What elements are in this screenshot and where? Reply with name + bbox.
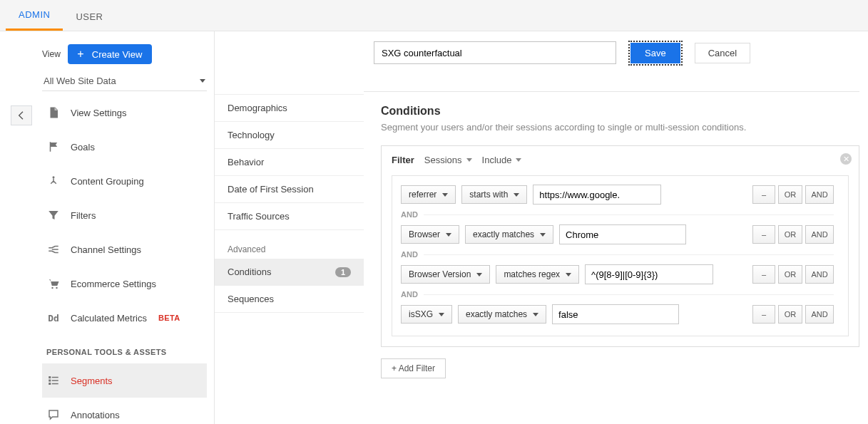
nav-label: Calculated Metrics	[71, 313, 147, 324]
cancel-button[interactable]: Cancel	[695, 43, 750, 63]
channels-icon	[46, 242, 61, 257]
svg-point-2	[56, 287, 57, 289]
cat-demographics[interactable]: Demographics	[215, 94, 364, 122]
segment-category-panel: Demographics Technology Behavior Date of…	[214, 31, 364, 424]
match-type-dropdown[interactable]: matches regex	[496, 265, 579, 284]
and-separator: AND	[401, 210, 834, 219]
filter-scope-value: Sessions	[424, 155, 462, 165]
condition-value-input[interactable]	[559, 224, 686, 244]
or-button[interactable]: OR	[778, 225, 802, 244]
cat-sequences[interactable]: Sequences	[215, 286, 364, 313]
cat-date-first-session[interactable]: Date of First Session	[215, 176, 364, 203]
and-button[interactable]: AND	[805, 225, 834, 244]
dd-icon: Dd	[46, 311, 61, 325]
remove-condition-button[interactable]: –	[752, 185, 775, 204]
nav-view-settings[interactable]: View Settings	[42, 95, 207, 130]
back-rail	[0, 31, 32, 424]
caret-down-icon	[514, 193, 519, 197]
conditions-subtitle: Segment your users and/or their sessions…	[381, 122, 859, 133]
tab-admin[interactable]: ADMIN	[6, 0, 63, 31]
nav-ecommerce-settings[interactable]: Ecommerce Settings	[42, 267, 207, 301]
and-button[interactable]: AND	[805, 265, 834, 284]
cart-icon	[46, 276, 61, 291]
nav-segments[interactable]: Segments	[42, 363, 207, 398]
nav-label: Channel Settings	[71, 244, 141, 255]
cat-traffic-sources[interactable]: Traffic Sources	[215, 203, 364, 230]
match-type-dropdown[interactable]: starts with	[461, 185, 527, 204]
cat-technology[interactable]: Technology	[215, 122, 364, 149]
condition-value-input[interactable]	[585, 264, 713, 284]
cat-conditions-label: Conditions	[228, 267, 271, 277]
match-type-dropdown[interactable]: exactly matches	[458, 305, 546, 324]
flag-icon	[46, 140, 61, 154]
filter-header: Filter Sessions Include	[392, 155, 849, 165]
svg-point-1	[51, 287, 53, 289]
page-icon	[46, 105, 61, 120]
svg-rect-8	[52, 383, 58, 385]
view-selector[interactable]: All Web Site Data	[42, 71, 207, 91]
remove-condition-button[interactable]: –	[752, 225, 775, 244]
arrow-left-icon	[16, 110, 27, 121]
segment-name-input[interactable]	[374, 41, 616, 64]
filter-label: Filter	[392, 155, 414, 165]
create-view-button[interactable]: + Create View	[68, 44, 153, 64]
and-button[interactable]: AND	[805, 185, 834, 204]
tab-user[interactable]: USER	[63, 1, 116, 31]
or-button[interactable]: OR	[778, 305, 802, 324]
filter-block: ✕ Filter Sessions Include referrer start…	[381, 145, 859, 347]
nav-label: Ecommerce Settings	[71, 279, 156, 289]
and-separator: AND	[401, 290, 834, 299]
conditions-title: Conditions	[381, 105, 859, 118]
remove-filter-button[interactable]: ✕	[840, 153, 852, 165]
svg-rect-6	[52, 377, 58, 378]
filter-include-dropdown[interactable]: Include	[482, 155, 522, 165]
beta-badge: BETA	[158, 314, 180, 322]
dimension-dropdown[interactable]: referrer	[401, 185, 456, 204]
cat-behavior[interactable]: Behavior	[215, 149, 364, 176]
tabs-bar: ADMIN USER	[0, 0, 868, 31]
nav-goals[interactable]: Goals	[42, 130, 207, 164]
plus-icon: +	[75, 48, 86, 60]
add-filter-button[interactable]: + Add Filter	[381, 358, 446, 378]
condition-row: isSXG exactly matches –ORAND	[401, 304, 834, 324]
condition-value-input[interactable]	[533, 185, 661, 205]
nav-annotations[interactable]: Annotations	[42, 398, 207, 424]
filter-include-value: Include	[482, 155, 512, 165]
caret-down-icon	[439, 313, 444, 316]
caret-down-icon	[540, 233, 546, 237]
caret-down-icon	[533, 313, 538, 316]
caret-down-icon	[442, 193, 448, 197]
comment-icon	[46, 408, 61, 422]
caret-down-icon	[466, 158, 472, 162]
and-button[interactable]: AND	[805, 305, 834, 324]
svg-rect-3	[48, 376, 51, 378]
condition-row: Browser exactly matches –ORAND	[401, 224, 834, 244]
view-label: View	[42, 49, 61, 59]
or-button[interactable]: OR	[778, 265, 802, 284]
nav-calculated-metrics[interactable]: Dd Calculated Metrics BETA	[42, 301, 207, 335]
save-button[interactable]: Save	[630, 43, 680, 63]
match-type-dropdown[interactable]: exactly matches	[465, 225, 553, 244]
selected-view-name: All Web Site Data	[44, 76, 116, 86]
or-button[interactable]: OR	[778, 185, 802, 204]
conditions-rows: referrer starts with –ORANDANDBrowser ex…	[392, 175, 849, 336]
dimension-dropdown[interactable]: Browser Version	[401, 265, 490, 284]
svg-rect-7	[52, 380, 58, 381]
nav-filters[interactable]: Filters	[42, 198, 207, 232]
dimension-dropdown[interactable]: isSXG	[401, 305, 452, 324]
svg-rect-5	[48, 383, 51, 385]
nav-channel-settings[interactable]: Channel Settings	[42, 232, 207, 267]
filter-scope-dropdown[interactable]: Sessions	[424, 155, 472, 165]
conditions-count-badge: 1	[335, 267, 351, 277]
remove-condition-button[interactable]: –	[752, 305, 775, 324]
dimension-dropdown[interactable]: Browser	[401, 225, 459, 244]
nav-label: Goals	[71, 142, 95, 152]
nav-content-grouping[interactable]: Content Grouping	[42, 164, 207, 198]
personal-tools-header: PERSONAL TOOLS & ASSETS	[42, 335, 207, 363]
remove-condition-button[interactable]: –	[752, 265, 775, 284]
condition-value-input[interactable]	[552, 304, 679, 324]
cat-conditions[interactable]: Conditions 1	[215, 259, 364, 286]
back-button[interactable]	[11, 105, 32, 125]
conditions-content: Conditions Segment your users and/or the…	[364, 91, 859, 378]
svg-point-0	[53, 176, 55, 178]
